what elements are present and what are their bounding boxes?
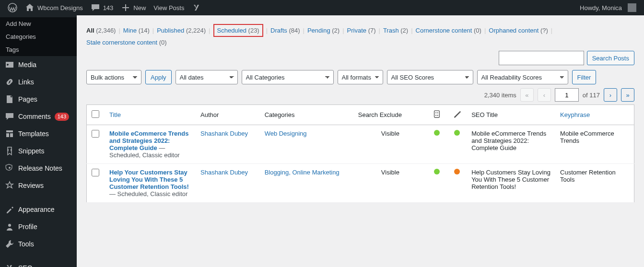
- count-badge: 143: [55, 113, 69, 121]
- howdy-user[interactable]: Howdy, Monica: [576, 0, 640, 15]
- seo-title: Help Customers Stay Loving You With Thes…: [467, 164, 555, 203]
- dates-select[interactable]: All dates: [176, 70, 238, 84]
- filter-link[interactable]: Trash (2): [383, 27, 408, 34]
- categories-select[interactable]: All Categories: [242, 70, 334, 84]
- bulk-actions-select[interactable]: Bulk actions: [86, 70, 141, 84]
- filter-link[interactable]: Published (2,224): [157, 27, 206, 34]
- svg-point-5: [437, 112, 438, 113]
- sidebar-sub[interactable]: Add New: [0, 17, 77, 30]
- filter-link[interactable]: Private (7): [347, 27, 376, 34]
- filter-link[interactable]: Pending (2): [307, 27, 340, 34]
- category-link[interactable]: Web Designing: [265, 130, 307, 137]
- sidebar-item[interactable]: Release Notes: [0, 160, 77, 177]
- sidebar-item-label: Comments: [18, 113, 51, 120]
- svg-point-2: [8, 224, 11, 227]
- readability-select[interactable]: All Readability Scores: [477, 70, 568, 84]
- filter-link[interactable]: Scheduled (23): [213, 24, 263, 37]
- first-page[interactable]: «: [520, 88, 534, 102]
- select-all[interactable]: [92, 110, 99, 118]
- menu-icon: [5, 222, 14, 232]
- menu-icon: [5, 60, 14, 70]
- prev-page[interactable]: ‹: [538, 88, 551, 102]
- sidebar-item-label: Media: [18, 61, 36, 69]
- menu-icon: [5, 129, 14, 139]
- filter-link[interactable]: Orphaned content (?): [489, 27, 548, 34]
- sidebar-item[interactable]: Profile: [0, 218, 77, 235]
- author-link[interactable]: Shashank Dubey: [200, 130, 248, 137]
- sidebar-item-label: Templates: [18, 130, 49, 138]
- author-link[interactable]: Shashank Dubey: [200, 169, 248, 176]
- sidebar-item[interactable]: Appearance: [0, 201, 77, 218]
- col-title[interactable]: Title: [109, 111, 121, 118]
- seo-select[interactable]: All SEO Scores: [387, 70, 473, 84]
- search-button[interactable]: Search Posts: [587, 51, 634, 65]
- menu-icon: [5, 112, 14, 121]
- sidebar-item[interactable]: Snippets: [0, 142, 77, 160]
- sidebar-sub[interactable]: Categories: [0, 30, 77, 43]
- menu-icon: [5, 263, 14, 267]
- yoast-icon[interactable]: [188, 0, 205, 15]
- sidebar-item[interactable]: Links: [0, 73, 77, 91]
- seo-title: Mobile eCommerce Trends and Strategies 2…: [467, 125, 555, 164]
- col-search-exclude: Search Exclude: [353, 105, 427, 125]
- admin-sidebar: Add NewCategoriesTags MediaLinksPagesCom…: [0, 15, 77, 267]
- sidebar-item[interactable]: Comments143: [0, 108, 77, 125]
- last-page[interactable]: »: [621, 88, 634, 102]
- admin-topbar: Wbcom Designs 143 New View Posts Howdy, …: [0, 0, 644, 15]
- table-row: Mobile eCommerce Trends and Strategies 2…: [87, 125, 634, 164]
- col-readability: [447, 105, 467, 125]
- apply-button[interactable]: Apply: [145, 70, 172, 84]
- search-input[interactable]: [499, 51, 584, 65]
- avatar: [628, 3, 636, 12]
- sidebar-item-label: Pages: [18, 95, 37, 103]
- svg-point-4: [436, 112, 437, 113]
- sidebar-item-label: Profile: [18, 223, 37, 231]
- row-checkbox[interactable]: [92, 130, 99, 138]
- menu-icon: [5, 239, 14, 249]
- sidebar-item[interactable]: Templates: [0, 125, 77, 142]
- site-name[interactable]: Wbcom Designs: [21, 0, 87, 15]
- sidebar-item-label: Appearance: [18, 206, 55, 213]
- comments-bubble[interactable]: 143: [87, 0, 117, 15]
- filter-link[interactable]: All (2,346): [86, 27, 116, 34]
- seo-dot: [434, 169, 440, 174]
- view-posts[interactable]: View Posts: [150, 0, 188, 15]
- keyphrase: Mobile eCommerce Trends: [555, 125, 634, 164]
- main-content: All (2,346)|Mine (14)|Published (2,224)|…: [77, 15, 644, 267]
- svg-point-7: [437, 115, 438, 116]
- table-row: Help Your Customers Stay Loving You With…: [87, 164, 634, 203]
- sidebar-sub[interactable]: Tags: [0, 43, 77, 56]
- row-checkbox[interactable]: [92, 169, 99, 176]
- pagination: 2,340 items « ‹ of 117 › »: [86, 88, 634, 102]
- wp-logo[interactable]: [4, 0, 21, 15]
- readability-dot: [454, 169, 460, 174]
- keyphrase: Customer Retention Tools: [555, 164, 634, 203]
- sidebar-item[interactable]: Pages: [0, 91, 77, 108]
- filter-link[interactable]: Drafts (84): [270, 27, 300, 34]
- filter-link[interactable]: Mine (14): [123, 27, 150, 34]
- sidebar-item[interactable]: Tools: [0, 235, 77, 253]
- col-keyphrase[interactable]: Keyphrase: [560, 111, 590, 118]
- sidebar-item[interactable]: Reviews: [0, 177, 77, 194]
- post-title-link[interactable]: Help Your Customers Stay Loving You With…: [109, 169, 189, 190]
- seo-dot: [434, 130, 440, 136]
- filter-link[interactable]: Cornerstone content (0): [416, 27, 481, 34]
- formats-select[interactable]: All formats: [338, 70, 383, 84]
- next-page[interactable]: ›: [604, 88, 617, 102]
- search-exclude: Visible: [353, 164, 427, 203]
- page-number[interactable]: [555, 88, 579, 102]
- post-meta: — Scheduled, Classic editor: [109, 190, 187, 197]
- post-title-link[interactable]: Mobile eCommerce Trends and Strategies 2…: [109, 130, 188, 151]
- filter-link[interactable]: Stale cornerstone content (0): [86, 39, 167, 46]
- status-filters: All (2,346)|Mine (14)|Published (2,224)|…: [86, 24, 634, 46]
- new-content[interactable]: New: [117, 0, 150, 15]
- sidebar-item-label: Links: [18, 78, 34, 86]
- sidebar-item[interactable]: Media: [0, 56, 77, 73]
- sidebar-item-label: Tools: [18, 240, 34, 248]
- filter-button[interactable]: Filter: [572, 70, 597, 84]
- category-link[interactable]: Blogging, Online Marketing: [265, 169, 340, 176]
- sidebar-item[interactable]: SEO: [0, 259, 77, 267]
- sidebar-item-label: SEO: [18, 264, 33, 267]
- col-seo-score: [427, 105, 447, 125]
- menu-icon: [5, 163, 14, 173]
